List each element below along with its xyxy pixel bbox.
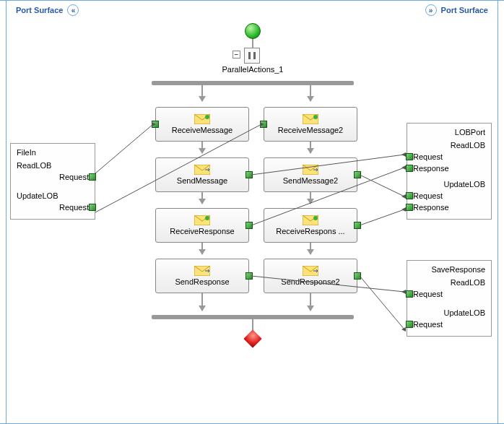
shape-port-connector[interactable] [152,121,159,128]
receive-icon [303,215,318,225]
port-connector[interactable] [406,204,413,211]
port-message[interactable]: Response [410,202,488,213]
svg-point-12 [313,216,318,220]
svg-point-3 [205,115,209,119]
flow-arrow [201,243,203,254]
port-connector[interactable] [89,204,96,211]
message-label: Request [413,191,443,200]
send-icon [303,266,318,276]
send-message-shape[interactable]: SendMessage [155,157,249,192]
receive-response2-shape[interactable]: ReceiveRespons ... [264,208,357,243]
flow-arrow [201,293,203,311]
port-connector[interactable] [406,192,413,199]
receive-response-shape[interactable]: ReceiveResponse [155,208,249,243]
shape-port-connector[interactable] [246,272,253,280]
right-port-surface-header: » Port Surface [425,4,488,16]
shape-port-connector[interactable] [246,171,253,178]
message-label: Request [413,290,443,298]
port-saveresponse[interactable]: SaveResponse ReadLOB Request UpdateLOB R… [407,260,492,337]
right-border [498,0,498,424]
svg-point-6 [205,216,209,220]
port-message[interactable]: Request [14,202,92,213]
start-shape[interactable] [245,23,261,39]
port-connector[interactable] [406,153,413,160]
operation-title: UpdateLOB [410,307,488,319]
port-lobport[interactable]: LOBPort ReadLOB Request Response UpdateL… [407,123,492,220]
flow-arrow [201,85,203,101]
shape-label: ReceiveMessage [172,126,233,134]
operation-title: ReadLOB [410,139,488,151]
port-connector[interactable] [406,290,413,298]
flow-arrow [310,142,311,153]
flow-arrow [310,85,311,101]
send-response2-shape[interactable]: SendResponse2 [264,259,357,293]
port-message[interactable]: Request [410,319,488,330]
port-title: LOBPort [410,128,488,139]
receive-icon [194,114,210,124]
shape-label: ReceiveMessage2 [278,126,344,134]
send-response-shape[interactable]: SendResponse [155,259,249,293]
message-label: Request [59,203,89,212]
message-label: Request [59,173,89,181]
operation-title: ReadLOB [410,277,488,288]
flow-arrow [310,243,311,254]
message-label: Response [413,203,449,212]
shape-port-connector[interactable] [260,121,267,128]
port-message[interactable]: Request [410,151,488,163]
shape-port-connector[interactable] [246,222,253,229]
parallel-top-bar [152,81,354,85]
port-title: FileIn [14,148,92,160]
parallel-label: ParallelActions_1 [217,65,289,74]
receive-message2-shape[interactable]: ReceiveMessage2 [264,107,357,142]
send-message2-shape[interactable]: SendMessage2 [264,157,357,192]
port-message[interactable]: Response [410,163,488,174]
message-label: Request [413,320,443,329]
collapse-right-icon[interactable]: » [425,4,437,16]
send-icon [194,165,210,175]
parallel-glyph-icon [246,50,258,61]
port-filein[interactable]: FileIn ReadLOB Request UpdateLOB Request [10,143,95,220]
port-message[interactable]: Request [410,190,488,202]
operation-title: UpdateLOB [14,190,92,202]
svg-line-21 [360,276,404,329]
port-connector[interactable] [89,173,96,181]
shape-port-connector[interactable] [354,171,361,178]
port-surface-label: Port Surface [441,6,488,14]
shape-label: SendMessage [177,176,227,185]
orchestration-canvas: Port Surface « » Port Surface − Parallel… [0,0,504,424]
left-port-surface-header: Port Surface « [16,4,79,16]
svg-point-9 [313,115,318,119]
shape-port-connector[interactable] [354,222,361,229]
port-message[interactable]: Request [14,171,92,183]
port-surface-label: Port Surface [16,6,63,14]
shape-label: ReceiveRespons ... [276,227,344,235]
port-message[interactable]: Request [410,288,488,300]
svg-line-18 [360,175,404,196]
expand-toggle[interactable]: − [233,51,240,59]
flow-arrow [201,192,203,204]
svg-line-14 [95,124,153,173]
svg-line-19 [360,209,404,225]
svg-rect-0 [248,52,251,59]
message-label: Response [413,164,449,173]
shape-label: SendMessage2 [283,176,338,185]
shape-label: SendResponse [175,277,229,286]
left-border [6,0,6,424]
shape-port-connector[interactable] [354,272,361,280]
port-connector[interactable] [406,165,413,172]
message-label: Request [413,152,443,161]
receive-message-shape[interactable]: ReceiveMessage [155,107,249,142]
shape-label: SendResponse2 [281,277,339,286]
receive-icon [194,215,210,225]
flow-arrow [201,142,203,153]
end-shape[interactable] [243,329,261,347]
operation-title: UpdateLOB [410,178,488,190]
svg-rect-1 [253,52,256,59]
flow-arrow [310,192,311,204]
parallel-icon[interactable] [244,48,260,64]
port-connector[interactable] [406,321,413,328]
send-icon [303,165,318,175]
collapse-left-icon[interactable]: « [67,4,79,16]
flow-arrow [310,293,311,311]
top-border [0,0,504,1]
